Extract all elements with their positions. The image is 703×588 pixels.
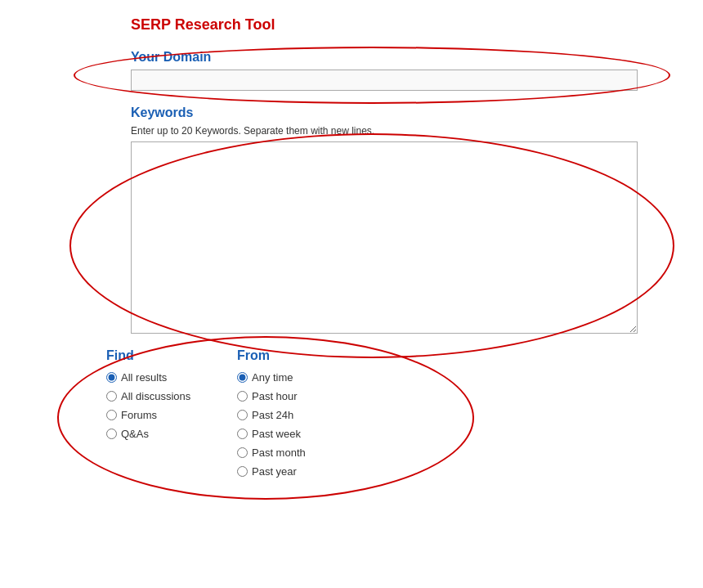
- domain-label: Your Domain: [25, 50, 678, 65]
- from-month-label[interactable]: Past month: [252, 447, 306, 459]
- from-month-radio[interactable]: [237, 447, 248, 458]
- keywords-section: Keywords Enter up to 20 Keywords. Separa…: [25, 105, 678, 334]
- from-title: From: [237, 348, 368, 363]
- from-24h-row: Past 24h: [237, 409, 368, 421]
- domain-input[interactable]: [131, 70, 638, 91]
- from-anytime-radio[interactable]: [237, 372, 248, 383]
- find-qas-row: Q&As: [106, 428, 237, 440]
- from-anytime-label[interactable]: Any time: [252, 371, 293, 384]
- find-all-radio[interactable]: [106, 372, 117, 383]
- from-hour-radio[interactable]: [237, 391, 248, 402]
- from-column: From Any time Past hour Past 24h Past we…: [237, 348, 368, 484]
- from-24h-label[interactable]: Past 24h: [252, 409, 293, 421]
- from-24h-radio[interactable]: [237, 410, 248, 420]
- find-discussions-row: All discussions: [106, 390, 237, 402]
- page-title: SERP Research Tool: [25, 16, 678, 34]
- from-week-row: Past week: [237, 428, 368, 440]
- from-hour-label[interactable]: Past hour: [252, 390, 298, 402]
- keywords-hint: Enter up to 20 Keywords. Separate them w…: [25, 125, 678, 137]
- find-qas-radio[interactable]: [106, 429, 117, 439]
- find-title: Find: [106, 348, 237, 363]
- domain-input-wrap: [25, 70, 678, 91]
- domain-section: Your Domain: [25, 50, 678, 91]
- from-year-radio[interactable]: [237, 466, 248, 477]
- find-all-row: All results: [106, 371, 237, 384]
- from-anytime-row: Any time: [237, 371, 368, 384]
- find-qas-label[interactable]: Q&As: [121, 428, 149, 440]
- find-column: Find All results All discussions Forums …: [106, 348, 237, 484]
- find-discussions-label[interactable]: All discussions: [121, 390, 190, 402]
- find-forums-label[interactable]: Forums: [121, 409, 157, 421]
- keywords-input[interactable]: [131, 141, 638, 334]
- keywords-wrap: [25, 141, 678, 334]
- from-week-label[interactable]: Past week: [252, 428, 301, 440]
- find-forums-radio[interactable]: [106, 410, 117, 420]
- from-year-row: Past year: [237, 465, 368, 478]
- find-discussions-radio[interactable]: [106, 391, 117, 402]
- keywords-label: Keywords: [25, 105, 678, 120]
- bottom-section: Find All results All discussions Forums …: [25, 348, 678, 484]
- from-month-row: Past month: [237, 447, 368, 459]
- from-hour-row: Past hour: [237, 390, 368, 402]
- find-forums-row: Forums: [106, 409, 237, 421]
- from-year-label[interactable]: Past year: [252, 465, 297, 478]
- from-week-radio[interactable]: [237, 429, 248, 439]
- find-all-label[interactable]: All results: [121, 371, 167, 384]
